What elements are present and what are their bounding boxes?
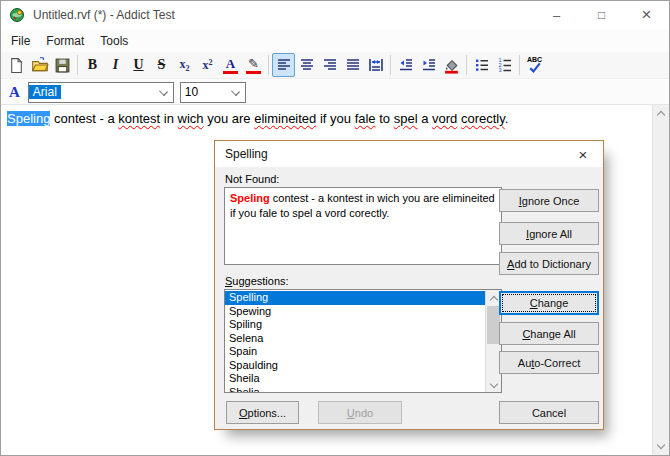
font-family-combobox[interactable]: Arial (28, 82, 174, 103)
suggestion-item[interactable]: Sheila (225, 372, 485, 386)
misspelled-word: spel (394, 111, 418, 126)
editor-text-line: Speling contest - a kontest in wich you … (7, 111, 645, 126)
justify-button[interactable] (341, 53, 364, 77)
add-to-dictionary-button[interactable]: Add to Dictionary (499, 252, 599, 275)
suggestion-item[interactable]: Spewing (225, 305, 485, 319)
suggestion-item[interactable]: Spain (225, 345, 485, 359)
window-controls: – □ × (534, 1, 669, 29)
numbered-list-icon: 1 2 3 (497, 57, 513, 73)
align-right-icon (322, 57, 338, 73)
font-dialog-icon[interactable]: A (9, 84, 20, 101)
bullet-list-icon (474, 57, 490, 73)
toolbar-separator (466, 55, 467, 75)
highlight-button[interactable]: ✎ (242, 53, 265, 77)
suggestion-item[interactable]: Shelia (225, 386, 485, 394)
title-bar: Untitled.rvf (*) - Addict Test – □ × (1, 1, 669, 29)
font-color-swatch (223, 71, 238, 74)
font-family-value: Arial (29, 85, 61, 99)
decrease-indent-button[interactable] (394, 53, 417, 77)
not-found-text: contest - a kontest in wich you are elim… (230, 192, 495, 219)
open-file-button[interactable] (28, 53, 51, 77)
font-color-button[interactable]: A (219, 53, 242, 77)
misspelled-word: fale (355, 111, 376, 126)
strikethrough-button[interactable]: S (150, 53, 173, 77)
italic-button[interactable]: I (104, 53, 127, 77)
new-document-icon (8, 57, 25, 74)
new-document-button[interactable] (5, 53, 28, 77)
toolbar: B I U S x2 x2 A ✎ (1, 52, 669, 79)
chevron-down-icon[interactable] (159, 87, 168, 96)
chevron-down-icon[interactable] (231, 87, 240, 96)
bold-button[interactable]: B (81, 53, 104, 77)
bullet-list-button[interactable] (470, 53, 493, 77)
subscript-button[interactable]: x2 (173, 53, 196, 77)
chevron-up-icon (657, 111, 665, 119)
suggestion-item[interactable]: Spelling (225, 291, 485, 305)
page-width-button[interactable] (364, 53, 387, 77)
app-window: Untitled.rvf (*) - Addict Test – □ × Fil… (0, 0, 670, 456)
selected-word: Speling (7, 111, 50, 126)
numbered-list-button[interactable]: 1 2 3 (493, 53, 516, 77)
scroll-down-button[interactable] (486, 377, 502, 392)
misspelled-word: corectly (461, 111, 505, 126)
suggestions-listbox[interactable]: SpellingSpewingSpilingSelenaSpainSpauldi… (224, 289, 502, 393)
menu-tools[interactable]: Tools (92, 31, 136, 51)
menu-format[interactable]: Format (38, 31, 92, 51)
ignore-once-button[interactable]: Ignore Once (499, 189, 599, 212)
superscript-button[interactable]: x2 (196, 53, 219, 77)
increase-indent-button[interactable] (417, 53, 440, 77)
suggestion-item[interactable]: Spiling (225, 318, 485, 332)
scroll-down-button[interactable] (653, 438, 670, 455)
minimize-button[interactable]: – (534, 1, 579, 29)
justify-icon (345, 57, 361, 73)
italic-icon: I (113, 58, 118, 72)
align-center-button[interactable] (295, 53, 318, 77)
decrease-indent-icon (398, 57, 414, 73)
menu-file[interactable]: File (3, 31, 38, 51)
text-run: to (376, 111, 394, 126)
fill-color-button[interactable] (440, 53, 463, 77)
paint-bucket-icon (443, 57, 460, 74)
underline-button[interactable]: U (127, 53, 150, 77)
spelling-dialog: Spelling × Not Found: Speling contest - … (214, 140, 604, 430)
align-left-button[interactable] (272, 53, 295, 77)
not-found-textbox[interactable]: Speling contest - a kontest in wich you … (224, 187, 502, 265)
suggestion-item[interactable]: Spaulding (225, 359, 485, 373)
toolbar-separator (390, 55, 391, 75)
options-button[interactable]: Options... (226, 401, 299, 424)
spell-check-button[interactable]: ABC (523, 53, 546, 77)
editor-vertical-scrollbar[interactable] (652, 105, 669, 455)
misspelled-word: vord (432, 111, 457, 126)
highlight-pencil-icon: ✎ (248, 56, 259, 71)
font-size-combobox[interactable]: 10 (180, 82, 246, 103)
maximize-button[interactable]: □ (579, 1, 624, 29)
dialog-title: Spelling (225, 147, 268, 161)
scroll-up-button[interactable] (653, 105, 670, 122)
close-button[interactable]: × (624, 1, 669, 29)
suggestions-label: Suggestions: (225, 275, 289, 287)
menu-bar: File Format Tools (1, 29, 669, 52)
misspelled-word: kontest (118, 111, 160, 126)
dialog-close-button[interactable]: × (563, 141, 603, 167)
text-run: in (160, 111, 177, 126)
subscript-icon: x2 (180, 58, 190, 73)
page-width-icon (368, 57, 384, 73)
underline-icon: U (133, 58, 143, 72)
auto-correct-button[interactable]: Auto-Correct (499, 351, 599, 374)
save-button[interactable] (51, 53, 74, 77)
cancel-button[interactable]: Cancel (499, 401, 599, 424)
change-button[interactable]: Change (499, 291, 599, 315)
ignore-all-button[interactable]: Ignore All (499, 222, 599, 245)
change-all-button[interactable]: Change All (499, 322, 599, 345)
text-run: if you (316, 111, 354, 126)
dialog-title-bar: Spelling × (215, 141, 603, 167)
text-run: a (418, 111, 432, 126)
align-right-button[interactable] (318, 53, 341, 77)
chevron-down-icon (657, 441, 665, 449)
text-run: . (505, 111, 509, 126)
chevron-up-icon (490, 296, 498, 304)
suggestion-item[interactable]: Selena (225, 332, 485, 346)
undo-button[interactable]: Undo (318, 401, 402, 424)
font-size-value: 10 (181, 85, 202, 99)
misspelled-word-highlight: Speling (230, 192, 270, 204)
